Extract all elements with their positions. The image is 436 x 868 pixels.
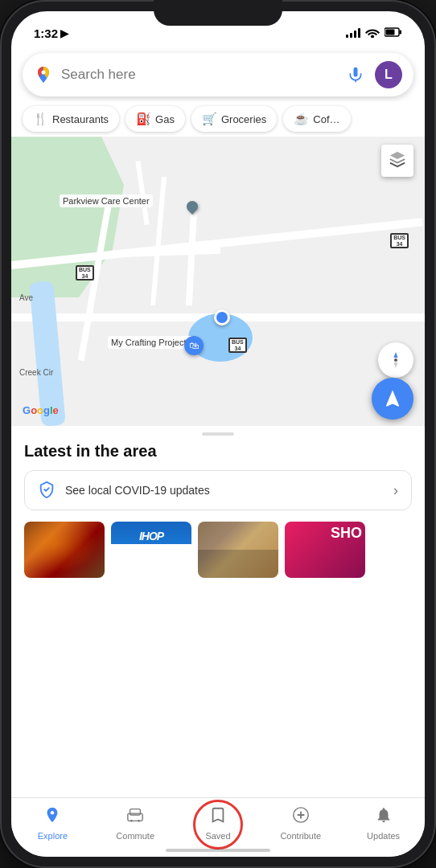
bus-sign-2: BUS34 bbox=[228, 338, 247, 353]
layers-button[interactable] bbox=[381, 145, 413, 177]
status-icons bbox=[346, 27, 402, 40]
search-input[interactable]: Search here bbox=[61, 67, 336, 83]
location-arrow-icon: ▶ bbox=[60, 27, 68, 39]
explore-label: Explore bbox=[38, 831, 68, 841]
crafting-pin-icon: 🛍 bbox=[184, 336, 204, 355]
restaurant-icon: 🍴 bbox=[33, 112, 48, 126]
saved-label: Saved bbox=[205, 831, 230, 841]
nav-contribute[interactable]: Contribute bbox=[259, 806, 342, 841]
bottom-sheet: Latest in the area See local COVID-19 up… bbox=[11, 442, 425, 578]
maps-logo-icon bbox=[34, 65, 53, 84]
nav-commute[interactable]: Commute bbox=[94, 806, 177, 841]
bottom-nav: Explore Commute bbox=[11, 797, 425, 857]
search-container: Search here L bbox=[11, 47, 425, 101]
user-avatar[interactable]: L bbox=[375, 61, 402, 88]
microphone-icon[interactable] bbox=[344, 63, 367, 86]
signal-bars-icon bbox=[346, 28, 360, 38]
navigate-button[interactable] bbox=[372, 378, 413, 420]
chip-coffee[interactable]: ☕ Cof… bbox=[283, 106, 350, 132]
drag-indicator bbox=[11, 426, 425, 442]
compass-button[interactable] bbox=[378, 342, 413, 378]
place-thumb-building[interactable] bbox=[198, 522, 278, 578]
svg-rect-6 bbox=[130, 809, 141, 815]
phone-frame: 1:32 ▶ bbox=[0, 0, 436, 868]
svg-point-3 bbox=[42, 71, 46, 75]
place-thumb-shop[interactable]: SHO bbox=[285, 522, 365, 578]
nav-saved[interactable]: Saved bbox=[177, 806, 260, 841]
updates-icon bbox=[375, 806, 393, 829]
svg-point-4 bbox=[394, 358, 397, 362]
contribute-icon bbox=[292, 806, 310, 829]
image-row: IHOP SHO bbox=[24, 522, 412, 578]
place-thumb-ihop[interactable]: IHOP bbox=[111, 522, 191, 578]
phone-screen: 1:32 ▶ bbox=[11, 11, 425, 857]
parkview-label: Parkview Care Center bbox=[60, 194, 153, 207]
chip-groceries[interactable]: 🛒 Groceries bbox=[191, 106, 277, 132]
chip-gas[interactable]: ⛽ Gas bbox=[125, 106, 185, 132]
coffee-icon: ☕ bbox=[294, 112, 309, 126]
bus-sign-3: BUS34 bbox=[390, 233, 409, 248]
nav-updates[interactable]: Updates bbox=[342, 806, 425, 841]
battery-icon bbox=[385, 27, 402, 39]
svg-rect-2 bbox=[386, 29, 395, 35]
contribute-label: Contribute bbox=[280, 831, 321, 841]
parkview-pin bbox=[187, 201, 198, 212]
chip-restaurants[interactable]: 🍴 Restaurants bbox=[23, 106, 119, 132]
wifi-icon bbox=[365, 27, 380, 40]
crafting-label: My Crafting Projects bbox=[108, 336, 194, 349]
section-title: Latest in the area bbox=[24, 442, 412, 461]
svg-rect-1 bbox=[400, 30, 402, 34]
covid-banner[interactable]: See local COVID-19 updates › bbox=[24, 470, 412, 510]
notch bbox=[154, 0, 282, 26]
nav-explore[interactable]: Explore bbox=[11, 806, 94, 841]
covid-left: See local COVID-19 updates bbox=[38, 481, 210, 500]
shield-icon bbox=[38, 481, 57, 500]
groceries-icon: 🛒 bbox=[202, 112, 217, 126]
current-location-dot bbox=[214, 309, 230, 326]
explore-icon bbox=[43, 806, 61, 829]
street-label-creek: Creek Cir bbox=[19, 368, 53, 377]
covid-text: See local COVID-19 updates bbox=[65, 484, 210, 497]
commute-icon bbox=[126, 806, 144, 829]
map-area[interactable]: Ave Creek Cir Parkview Care Center My Cr… bbox=[11, 137, 425, 426]
svg-point-8 bbox=[138, 820, 140, 822]
svg-point-7 bbox=[130, 820, 133, 822]
drag-bar bbox=[202, 432, 234, 436]
google-logo: Google bbox=[23, 404, 59, 416]
status-time: 1:32 ▶ bbox=[34, 27, 68, 40]
crafting-pin: 🛍 bbox=[184, 336, 204, 355]
street-label-ave: Ave bbox=[19, 293, 33, 302]
commute-label: Commute bbox=[116, 831, 154, 841]
category-chips: 🍴 Restaurants ⛽ Gas 🛒 Groceries ☕ Cof… bbox=[11, 101, 425, 137]
shop-label: SHO bbox=[331, 525, 362, 542]
place-thumb-bbq[interactable] bbox=[24, 522, 105, 578]
layers-icon bbox=[389, 150, 406, 172]
search-bar[interactable]: Search here L bbox=[23, 53, 413, 96]
bus-sign-1: BUS34 bbox=[76, 265, 94, 280]
covid-arrow: › bbox=[393, 482, 398, 499]
ihop-label: IHOP bbox=[139, 530, 163, 542]
gas-icon: ⛽ bbox=[136, 112, 151, 126]
home-indicator bbox=[166, 849, 270, 852]
updates-label: Updates bbox=[367, 831, 400, 841]
saved-icon bbox=[209, 806, 227, 829]
